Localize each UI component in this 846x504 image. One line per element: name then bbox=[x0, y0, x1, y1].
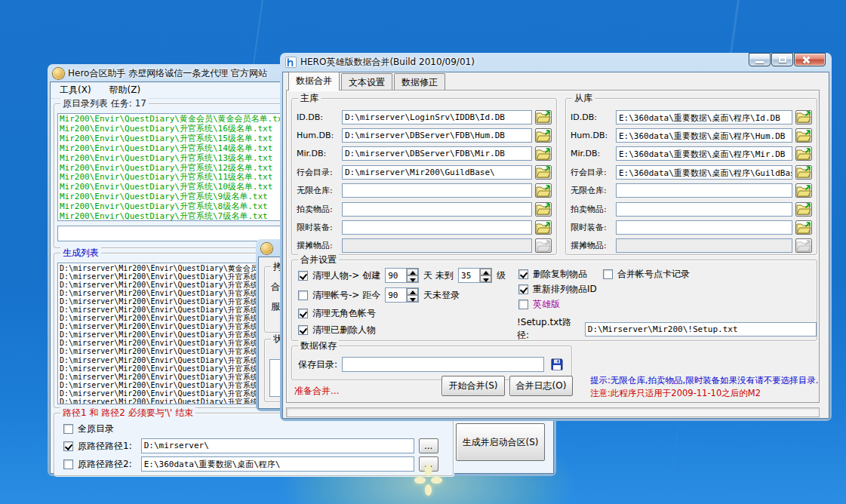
resort-items-checkbox[interactable] bbox=[518, 284, 528, 294]
save-dir-input[interactable] bbox=[342, 357, 544, 372]
clean-deleted-label: 清理已删除人物 bbox=[312, 324, 376, 337]
merge-titlebar[interactable]: HERO英雄版数据合并(Build 2010/09/01) bbox=[280, 53, 832, 71]
browse-folder-button[interactable] bbox=[535, 183, 552, 198]
del-dup-checkbox[interactable] bbox=[518, 269, 528, 279]
browse-folder-button[interactable] bbox=[795, 146, 812, 161]
browse-folder-button[interactable] bbox=[535, 146, 552, 161]
minimize-button[interactable] bbox=[749, 53, 771, 66]
browse-folder-button[interactable] bbox=[795, 202, 812, 217]
db-field-row: 行会目录: E:\360data\重要数据\桌面\程序\GuildBase\ bbox=[571, 163, 812, 181]
save-disk-button[interactable] bbox=[549, 358, 565, 372]
path2-checkbox[interactable] bbox=[63, 459, 73, 469]
hero-version-row: 英雄版 bbox=[518, 298, 560, 311]
path1-checkbox[interactable] bbox=[63, 441, 73, 451]
browse-folder-button[interactable] bbox=[795, 165, 812, 180]
orig-group-title: 原目录列表 任务: 17 bbox=[60, 98, 149, 109]
stepper-down-icon[interactable] bbox=[480, 275, 491, 282]
db-field-row: Hum.DB: E:\360data\重要数据\桌面\程序\Hum.DB bbox=[571, 126, 812, 144]
tab-data-merge[interactable]: 数据合并 bbox=[288, 72, 340, 91]
db-path-input[interactable]: E:\360data\重要数据\桌面\程序\GuildBase\ bbox=[616, 165, 792, 180]
merge-app-icon bbox=[285, 57, 297, 68]
del-dup-row: 删除复制物品 bbox=[518, 268, 587, 281]
db-path-input[interactable]: E:\360data\重要数据\桌面\程序\Id.DB bbox=[616, 110, 792, 124]
browse-folder-button[interactable] bbox=[795, 220, 812, 235]
db-path-input[interactable] bbox=[342, 183, 532, 198]
db-field-row: 行会目录: D:\mirserver\Mir200\GuildBase\ bbox=[297, 163, 552, 181]
menu-tools[interactable]: 工具(X) bbox=[60, 84, 91, 97]
browse-folder-button[interactable] bbox=[795, 238, 812, 253]
db-field-row: 无限仓库: bbox=[297, 182, 552, 200]
browse-folder-button[interactable] bbox=[795, 110, 812, 124]
full-dir-checkbox[interactable] bbox=[63, 424, 73, 434]
db-field-row: 无限仓库: bbox=[571, 182, 812, 200]
merge-card-row: 合并帐号点卡记录 bbox=[603, 268, 690, 281]
clean-no-role-checkbox[interactable] bbox=[298, 309, 308, 318]
browse-folder-button[interactable] bbox=[535, 220, 552, 235]
db-path-input[interactable] bbox=[342, 220, 532, 235]
path1-input[interactable]: D:\mirserver\ bbox=[141, 438, 414, 453]
browse-folder-button[interactable] bbox=[795, 183, 812, 198]
create-days-stepper[interactable]: 90 bbox=[385, 268, 419, 283]
status-strip bbox=[286, 407, 820, 417]
stepper-up-icon[interactable] bbox=[407, 288, 418, 295]
db-field-row: 限时装备: bbox=[297, 218, 552, 236]
merge-card-checkbox[interactable] bbox=[603, 269, 613, 279]
db-path-input[interactable]: D:\mirserver\LoginSrv\IDDB\Id.DB bbox=[342, 110, 532, 124]
clean-deleted-row: 清理已删除人物 bbox=[298, 324, 376, 337]
clean-char-checkbox[interactable] bbox=[298, 271, 308, 281]
clean-account-checkbox[interactable] bbox=[298, 290, 308, 300]
clean-deleted-checkbox[interactable] bbox=[298, 325, 308, 335]
browse-folder-button[interactable] bbox=[535, 110, 552, 124]
db-path-input[interactable]: E:\360data\重要数据\桌面\程序\Mir.DB bbox=[616, 146, 792, 161]
browse-folder-button[interactable] bbox=[535, 165, 552, 180]
tab-data-fix[interactable]: 数据修正 bbox=[394, 73, 445, 91]
hero-version-checkbox[interactable] bbox=[518, 300, 528, 309]
desktop: { "hero_window": { "title": "Hero合区助手 赤壁… bbox=[0, 0, 846, 504]
tab-text-settings[interactable]: 文本设置 bbox=[341, 73, 392, 91]
browse-folder-button[interactable] bbox=[535, 202, 552, 217]
path2-input[interactable]: E:\360data\重要数据\桌面\程序\ bbox=[141, 456, 414, 472]
start-merge-button[interactable]: 开始合并(S) bbox=[441, 376, 505, 396]
db-path-input[interactable] bbox=[342, 202, 532, 217]
stepper-down-icon[interactable] bbox=[407, 275, 418, 282]
maximize-button[interactable] bbox=[771, 53, 793, 66]
full-dir-row: 全原目录 bbox=[63, 423, 114, 435]
level-stepper[interactable]: 35 bbox=[458, 268, 492, 283]
db-path-input[interactable] bbox=[616, 202, 792, 217]
menu-help[interactable]: 帮助(Z) bbox=[109, 84, 141, 97]
browse-folder-button[interactable] bbox=[795, 128, 812, 143]
path1-browse-button[interactable]: ... bbox=[419, 438, 438, 453]
db-path-input[interactable]: D:\mirserver\Mir200\GuildBase\ bbox=[342, 165, 532, 180]
browse-folder-button[interactable] bbox=[535, 128, 552, 143]
create-days-value: 90 bbox=[386, 269, 406, 282]
db-field-label: ID.DB: bbox=[571, 112, 613, 122]
path-group-title: 路径1 和 路径2 必须要与'\' 结束 bbox=[60, 407, 195, 418]
close-button[interactable] bbox=[794, 53, 826, 66]
stepper-up-icon[interactable] bbox=[407, 269, 418, 275]
merge-window-title: HERO英雄版数据合并(Build 2010/09/01) bbox=[300, 56, 475, 69]
db-path-input[interactable] bbox=[616, 220, 792, 235]
db-path-input[interactable] bbox=[616, 238, 792, 253]
merge-log-button[interactable]: 合并日志(O) bbox=[509, 376, 573, 396]
from-db-group: 从库 ID.DB: E:\360data\重要数据\桌面\程序\Id.DB Hu… bbox=[565, 98, 817, 255]
setup-path-label: !Setup.txt路径: bbox=[517, 316, 583, 342]
db-path-input[interactable]: E:\360data\重要数据\桌面\程序\Hum.DB bbox=[616, 128, 792, 143]
db-path-input[interactable] bbox=[342, 238, 532, 253]
login-days-stepper[interactable]: 90 bbox=[385, 287, 419, 303]
generate-start-merge-button[interactable]: 生成并启动合区(S) bbox=[456, 423, 545, 461]
db-field-row: 拍卖物品: bbox=[297, 200, 552, 218]
browse-folder-button[interactable] bbox=[535, 238, 552, 253]
mini-app-icon bbox=[261, 243, 272, 254]
db-field-row: Mir.DB: E:\360data\重要数据\桌面\程序\Mir.DB bbox=[571, 145, 812, 163]
setup-path-input[interactable]: D:\Mirserver\Mir200\!Setup.txt bbox=[585, 322, 817, 337]
del-dup-label: 删除复制物品 bbox=[533, 268, 587, 281]
db-path-input[interactable]: D:\mirserver\DBServer\FDB\Hum.DB bbox=[342, 128, 532, 143]
stepper-down-icon[interactable] bbox=[407, 295, 418, 302]
stepper-up-icon[interactable] bbox=[480, 269, 491, 275]
db-field-row: Hum.DB: D:\mirserver\DBServer\FDB\Hum.DB bbox=[297, 126, 552, 144]
path2-row: 原路径路径2: E:\360data\重要数据\桌面\程序\ ... bbox=[63, 456, 447, 472]
db-field-label: 无限仓库: bbox=[571, 185, 613, 196]
db-field-row: 摆摊物品: bbox=[571, 237, 812, 255]
db-path-input[interactable] bbox=[616, 183, 792, 198]
db-path-input[interactable]: D:\mirserver\DBServer\FDB\Mir.DB bbox=[342, 146, 532, 161]
